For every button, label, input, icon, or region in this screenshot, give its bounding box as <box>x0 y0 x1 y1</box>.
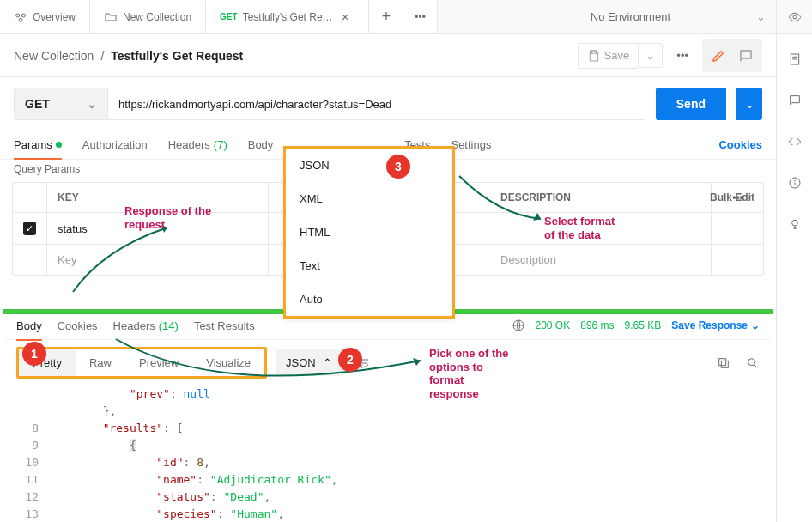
chevron-up-icon: ⌃ <box>323 356 332 369</box>
response-code[interactable]: "prev": null }, 8 "results": [ 9 { 10 "i… <box>6 385 770 522</box>
dropdown-item-text[interactable]: Text <box>286 249 452 282</box>
code-icon[interactable] <box>787 134 803 149</box>
header-actions: Save ⌄ ••• <box>578 39 762 72</box>
subtab-params[interactable]: Params <box>14 138 62 151</box>
overview-icon <box>14 10 27 24</box>
svg-rect-11 <box>591 51 596 53</box>
svg-point-1 <box>21 14 25 17</box>
tab-new-collection[interactable]: New Collection <box>90 0 206 33</box>
head-checkbox <box>13 183 47 212</box>
url-input[interactable] <box>108 88 645 120</box>
save-options-button[interactable]: ⌄ <box>639 43 663 68</box>
breadcrumb-collection[interactable]: New Collection <box>14 49 94 63</box>
close-icon[interactable]: × <box>342 9 349 24</box>
search-icon <box>746 356 760 370</box>
environment-select[interactable]: No Environment ⌄ <box>580 0 776 33</box>
tab-more-button[interactable]: ••• <box>403 0 438 33</box>
environment-preview-button[interactable] <box>776 0 812 33</box>
cookies-link[interactable]: Cookies <box>718 138 762 151</box>
right-sidebar <box>776 34 812 522</box>
dropdown-item-json[interactable]: JSON <box>286 149 452 182</box>
annotation-badge-1: 1 <box>22 342 46 366</box>
head-desc: DESCRIPTION <box>490 183 712 212</box>
param-checkbox[interactable]: ✓ <box>13 213 47 244</box>
environment-label: No Environment <box>591 10 670 23</box>
comment-button[interactable] <box>733 43 759 69</box>
send-options-button[interactable]: ⌄ <box>736 88 762 120</box>
folder-icon <box>104 10 118 24</box>
svg-rect-15 <box>719 358 726 365</box>
tab-method-label: GET <box>220 12 238 21</box>
comment-icon <box>738 48 754 64</box>
dropdown-item-html[interactable]: HTML <box>286 215 452 249</box>
svg-rect-14 <box>721 361 728 367</box>
more-options-button[interactable]: ••• <box>670 44 695 67</box>
comment-icon[interactable] <box>787 93 803 108</box>
globe-icon[interactable] <box>512 319 525 332</box>
info-icon[interactable] <box>787 175 803 191</box>
save-label: Save <box>604 49 630 62</box>
edit-button[interactable] <box>706 43 731 69</box>
subtab-settings[interactable]: Settings <box>451 138 491 151</box>
param-key-placeholder[interactable]: Key <box>47 245 269 275</box>
subtab-headers[interactable]: Headers (7) <box>168 138 227 151</box>
doc-icon[interactable] <box>787 52 803 67</box>
format-bar: Pretty Raw Preview Visualize JSON ⌃ <box>6 340 770 385</box>
svg-point-9 <box>794 180 795 181</box>
tab-new-button[interactable]: + <box>369 0 403 33</box>
method-label: GET <box>25 97 50 111</box>
status-time: 896 ms <box>580 319 614 331</box>
chevron-down-icon: ⌄ <box>87 97 97 111</box>
url-row: GET ⌄ Send ⌄ <box>0 77 776 130</box>
view-mode-visualize[interactable]: Visualize <box>192 349 264 376</box>
subtab-body[interactable]: Body <box>248 138 274 151</box>
annotation-badge-3: 3 <box>386 155 410 179</box>
svg-point-2 <box>19 18 22 21</box>
send-button[interactable]: Send <box>656 88 726 120</box>
view-mode-preview[interactable]: Preview <box>125 349 192 376</box>
resp-tab-headers-label: Headers <box>113 319 155 332</box>
svg-point-0 <box>16 14 20 17</box>
svg-point-16 <box>748 358 755 365</box>
chevron-down-icon: ⌄ <box>751 319 760 331</box>
tab-new-collection-label: New Collection <box>123 11 191 23</box>
format-select[interactable]: JSON ⌃ <box>276 349 342 376</box>
chevron-down-icon: ⌄ <box>756 10 766 23</box>
svg-line-17 <box>754 365 757 367</box>
resp-tab-headers[interactable]: Headers (14) <box>113 319 179 332</box>
view-mode-raw[interactable]: Raw <box>76 349 125 376</box>
method-select[interactable]: GET ⌄ <box>14 88 108 120</box>
search-button[interactable] <box>746 356 760 370</box>
save-response-button[interactable]: Save Response ⌄ <box>671 319 760 331</box>
param-desc-placeholder[interactable]: Description <box>490 245 712 275</box>
resp-tab-tests[interactable]: Test Results <box>194 319 255 332</box>
status-code: 200 OK <box>536 319 571 331</box>
resp-tab-cookies[interactable]: Cookies <box>58 319 98 332</box>
bulb-icon[interactable] <box>787 216 803 232</box>
format-select-label: JSON <box>286 356 316 369</box>
bulk-edit-button[interactable]: Bulk Edit <box>686 183 763 212</box>
breadcrumb-request: Testfully's Get Request <box>111 49 243 63</box>
tab-overview[interactable]: Overview <box>0 0 90 33</box>
breadcrumb: New Collection / Testfully's Get Request <box>14 49 243 63</box>
tab-active-title: Testfully's Get Re… <box>243 11 333 23</box>
tab-overview-label: Overview <box>33 11 76 23</box>
resp-tab-body[interactable]: Body <box>16 319 42 332</box>
view-modes-group: Pretty Raw Preview Visualize <box>16 347 267 379</box>
save-button[interactable]: Save <box>578 43 639 69</box>
resp-tab-headers-count: (14) <box>159 319 179 332</box>
save-icon <box>587 49 601 63</box>
subtab-headers-label: Headers <box>168 138 210 151</box>
copy-button[interactable] <box>717 356 730 370</box>
save-response-label: Save Response <box>671 319 748 331</box>
check-icon: ✓ <box>23 222 36 235</box>
dropdown-item-xml[interactable]: XML <box>286 182 452 215</box>
tab-active-request[interactable]: GET Testfully's Get Re… × <box>206 0 369 33</box>
svg-point-3 <box>793 15 797 19</box>
copy-icon <box>717 356 730 370</box>
subtab-authorization[interactable]: Authorization <box>82 138 148 151</box>
annotation-response-text: Response of the request <box>124 204 211 231</box>
annotation-select-format: Select format of the data <box>544 215 615 241</box>
dropdown-item-auto[interactable]: Auto <box>286 282 452 316</box>
activity-dot-icon <box>56 142 62 148</box>
